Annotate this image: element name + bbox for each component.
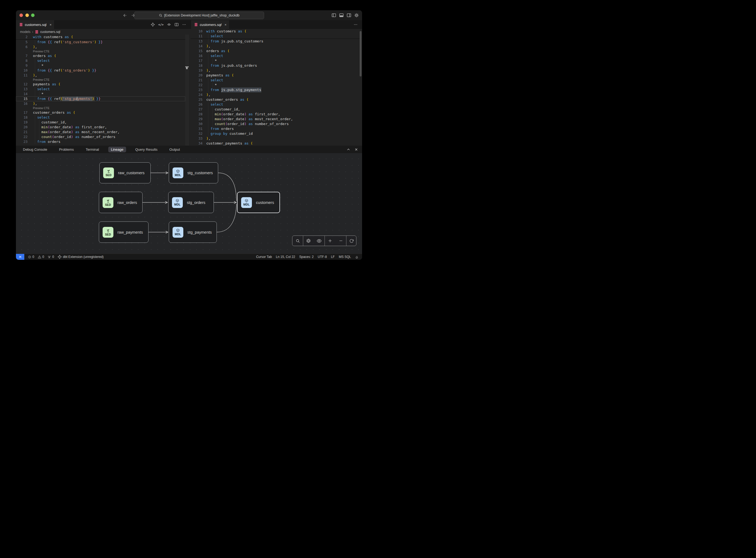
more-icon[interactable] — [354, 22, 358, 27]
lineage-node-raw_orders[interactable]: SEDraw_orders — [99, 192, 142, 213]
chevron-up-icon[interactable] — [346, 148, 350, 152]
search-icon[interactable] — [293, 236, 303, 246]
status-item-ports[interactable]: 0 — [48, 255, 54, 259]
back-icon[interactable] — [123, 13, 127, 18]
code-line-7[interactable]: 7orders as ( — [16, 53, 185, 58]
status-item-error[interactable]: 0 — [28, 255, 34, 259]
panel-tab-debug-console[interactable]: Debug Console — [20, 147, 50, 152]
close-window-button[interactable] — [20, 14, 23, 17]
codelens-preview-cte[interactable]: Preview CTE — [16, 78, 185, 82]
code-line-31[interactable]: 31 from orders — [191, 126, 362, 131]
breadcrumb-file[interactable]: customers.sql — [40, 30, 60, 34]
status-item-bell[interactable] — [355, 255, 359, 259]
code-line-20[interactable]: 20 min(order_date) as first_order, — [16, 125, 185, 130]
zoom-in-icon[interactable] — [325, 236, 335, 246]
lineage-node-stg_customers[interactable]: MDLstg_customers — [169, 162, 218, 183]
code-line-13[interactable]: 13 select — [16, 87, 185, 92]
code-line-32[interactable]: 32 group by customer_id — [191, 131, 362, 136]
code-line-18[interactable]: 18 select — [16, 115, 185, 120]
codelens-preview-cte[interactable]: Preview CTE — [16, 49, 185, 53]
panel-tab-lineage[interactable]: Lineage — [108, 147, 126, 152]
status-item-utf-8[interactable]: UTF-8 — [318, 255, 327, 259]
code-line-24[interactable]: 24), — [191, 92, 362, 97]
tab-customers-sql-left[interactable]: customers.sql × — [16, 20, 55, 29]
codelens-preview-cte[interactable]: Preview CTE — [16, 106, 185, 110]
status-item-dbt[interactable]: dbt Extension (unregistered) — [57, 255, 104, 259]
dbt-icon[interactable] — [151, 22, 155, 27]
code-icon[interactable]: </> — [158, 23, 164, 26]
code-line-14[interactable]: 14), — [191, 44, 362, 49]
status-item-ms-sql[interactable]: MS SQL — [339, 255, 351, 259]
code-line-17[interactable]: 17customer_orders as ( — [16, 110, 185, 115]
code-line-21[interactable]: 21 max(order_date) as most_recent_order, — [16, 130, 185, 134]
editor-right[interactable]: 10with customers as (11 select 13 from j… — [191, 29, 362, 146]
code-line-29[interactable]: 29 max(order_date) as most_recent_order, — [191, 117, 362, 122]
minimize-window-button[interactable] — [25, 14, 29, 17]
tab-customers-sql-right[interactable]: customers.sql × — [191, 20, 230, 29]
refresh-icon[interactable] — [346, 236, 357, 246]
lineage-node-raw_payments[interactable]: SEDraw_payments — [99, 222, 149, 243]
status-item-lf[interactable]: LF — [331, 255, 335, 259]
code-line-15[interactable]: 15orders as ( — [191, 49, 362, 53]
code-line-21[interactable]: 21 select — [191, 78, 362, 83]
zoom-window-button[interactable] — [31, 14, 34, 17]
code-line-11[interactable]: 11 select — [191, 34, 362, 39]
lineage-canvas[interactable]: SEDraw_customersMDLstg_customersSEDraw_o… — [16, 153, 362, 254]
zoom-out-icon[interactable] — [336, 236, 346, 246]
code-line-19[interactable]: 19), — [191, 68, 362, 73]
code-line-12[interactable]: 12payments as ( — [16, 82, 185, 87]
code-line-10[interactable]: 10 from {{ ref('stg_orders') }} — [16, 68, 185, 73]
code-line-9[interactable]: 9 * — [16, 63, 185, 68]
code-line-20[interactable]: 20payments as ( — [191, 73, 362, 78]
breadcrumb[interactable]: models › customers.sql — [16, 29, 191, 34]
close-panel-icon[interactable] — [354, 148, 358, 152]
status-item-warning[interactable]: 0 — [38, 255, 44, 259]
lineage-node-customers[interactable]: MDLcustomers — [237, 192, 280, 213]
layout-panel-icon[interactable] — [339, 13, 344, 18]
code-line-15[interactable]: 15 from {{ ref('stg_payments') }} — [16, 96, 185, 101]
preview-icon[interactable] — [167, 22, 171, 27]
status-item-spaces-2[interactable]: Spaces: 2 — [299, 255, 313, 259]
code-line-5[interactable]: 5 from {{ ref('stg_customers') }} — [16, 40, 185, 45]
code-line-28[interactable]: 28 min(order_date) as first_order, — [191, 112, 362, 117]
split-editor-icon[interactable] — [175, 22, 179, 27]
code-line-16[interactable]: 16 select — [191, 53, 362, 58]
panel-tab-terminal[interactable]: Terminal — [83, 147, 102, 152]
code-line-23[interactable]: 23 from js.pub.stg_payments — [191, 87, 362, 92]
layout-sidebar-right-icon[interactable] — [347, 13, 351, 18]
code-line-23[interactable]: 23 from orders — [16, 140, 185, 144]
code-line-34[interactable]: 34customer_payments as ( — [191, 141, 362, 146]
editor-left[interactable]: 2with customers as ( 5 from {{ ref('stg_… — [16, 34, 185, 146]
code-line-22[interactable]: 22 count(order_id) as number_of_orders — [16, 134, 185, 140]
code-line-30[interactable]: 30 count(order_id) as number_of_orders — [191, 122, 362, 126]
close-tab-icon[interactable]: × — [49, 23, 52, 27]
code-line-27[interactable]: 27 customer_id, — [191, 107, 362, 112]
panel-tab-output[interactable]: Output — [166, 147, 183, 152]
overview-ruler[interactable] — [185, 34, 189, 146]
scrollbar-right-editor[interactable] — [360, 31, 362, 76]
code-line-6[interactable]: 6), — [16, 45, 185, 49]
code-line-10[interactable]: 10with customers as ( — [191, 29, 362, 34]
code-line-11[interactable]: 11), — [16, 73, 185, 78]
code-line-18[interactable]: 18 from js.pub.stg_orders — [191, 63, 362, 68]
settings-icon[interactable] — [354, 13, 359, 18]
close-tab-icon[interactable]: × — [225, 23, 227, 27]
lineage-node-stg_orders[interactable]: MDLstg_orders — [168, 192, 214, 213]
code-line-22[interactable]: 22 * — [191, 83, 362, 87]
layout-sidebar-left-icon[interactable] — [332, 13, 336, 18]
code-line-8[interactable]: 8 select — [16, 58, 185, 63]
panel-tab-problems[interactable]: Problems — [56, 147, 77, 152]
code-line-26[interactable]: 26 select — [191, 102, 362, 107]
aperture-icon[interactable] — [304, 236, 314, 246]
lineage-node-raw_customers[interactable]: SEDraw_customers — [99, 162, 151, 183]
code-line-19[interactable]: 19 customer_id, — [16, 120, 185, 125]
panel-tab-query-results[interactable]: Query Results — [133, 147, 160, 152]
status-item-cursor-tab[interactable]: Cursor Tab — [256, 255, 271, 259]
code-line-17[interactable]: 17 * — [191, 58, 362, 63]
code-line-13[interactable]: 13 from js.pub.stg_customers — [191, 39, 362, 44]
remote-indicator[interactable] — [16, 254, 24, 260]
code-line-33[interactable]: 33), — [191, 136, 362, 141]
breadcrumb-folder[interactable]: models — [20, 30, 30, 34]
code-line-14[interactable]: 14 * — [16, 92, 185, 96]
lineage-node-stg_payments[interactable]: MDLstg_payments — [169, 222, 217, 243]
